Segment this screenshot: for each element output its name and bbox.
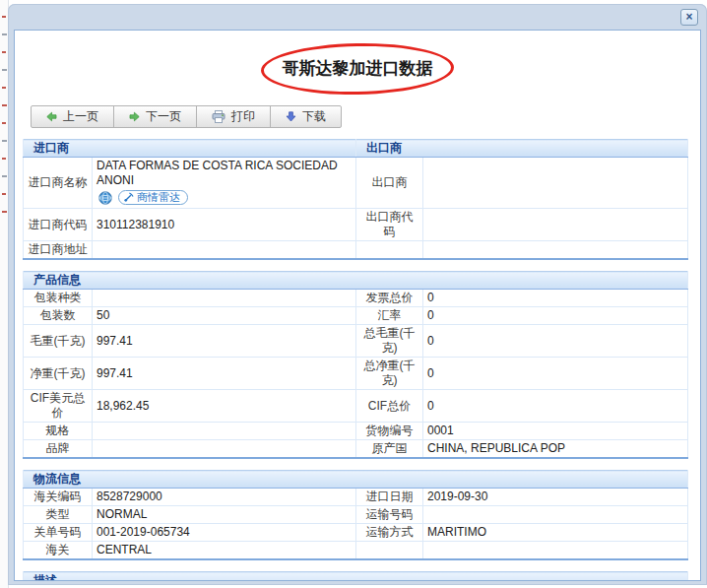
field-value: 997.41 [93,358,356,390]
modal-content: 哥斯达黎加进口数据 上一页 下一页 打印 [14,30,701,581]
field-value [423,542,688,560]
field-value [93,241,356,260]
product-info-section: 产品信息 包装种类 发票总价 0 包装数 50 汇率 0 毛重(千克) 997.… [23,271,688,459]
field-label: 包装种类 [24,290,93,307]
table-row: 毛重(千克) 997.41 总毛重(千克) 0 [24,325,688,358]
field-label [356,241,423,260]
table-row: 进口商名称 DATA FORMAS DE COSTA RICA SOCIEDAD… [24,158,688,209]
field-value: 310112381910 [93,209,356,241]
table-row: 规格 货物编号 0001 [24,423,688,440]
field-value: CENTRAL [93,542,356,560]
field-label: 发票总价 [356,290,423,307]
importer-exporter-section: 进口商 出口商 进口商名称 DATA FORMAS DE COSTA RICA … [23,139,688,260]
table-row: 进口商地址 [24,241,688,260]
field-value [423,241,688,260]
next-page-button[interactable]: 下一页 [113,105,197,128]
field-value: 001-2019-065734 [93,524,356,542]
field-label: 包装数 [24,307,93,325]
field-value: 0 [423,290,688,307]
importer-name-cell: DATA FORMAS DE COSTA RICA SOCIEDAD ANONI [93,158,356,209]
field-label: 关单号码 [24,524,93,542]
field-value [423,158,688,209]
field-value: 2019-09-30 [423,489,688,506]
page-title: 哥斯达黎加进口数据 [283,54,433,84]
product-section-header: 产品信息 [24,272,688,290]
modal-window: × 哥斯达黎加进口数据 上一页 下一页 [8,4,707,585]
arrow-left-icon [46,111,57,122]
close-button[interactable]: × [680,9,698,26]
field-label: 进口日期 [356,489,423,506]
importer-name-value: DATA FORMAS DE COSTA RICA SOCIEDAD ANONI [96,159,352,188]
table-row: 包装数 50 汇率 0 [24,307,688,325]
field-label: 总净重(千克) [356,358,423,390]
printer-icon [212,110,225,123]
field-label: 类型 [24,506,93,524]
field-label: 进口商代码 [24,209,93,241]
field-value: 0 [423,390,688,423]
print-label: 打印 [231,108,255,125]
next-page-label: 下一页 [146,108,181,125]
field-label: 毛重(千克) [24,325,93,358]
field-label: 运输方式 [356,524,423,542]
radar-badge-label: 商情雷达 [137,190,180,205]
logistics-section-header: 物流信息 [24,471,688,489]
close-icon: × [685,11,692,24]
prev-page-label: 上一页 [63,108,98,125]
field-label: 原产国 [356,440,423,459]
table-row: 海关编码 8528729000 进口日期 2019-09-30 [24,489,688,506]
print-button[interactable]: 打印 [196,105,271,128]
field-value [93,423,356,440]
field-label: 总毛重(千克) [356,325,423,358]
field-value: 0 [423,307,688,325]
field-value [93,290,356,307]
field-value: MARITIMO [423,524,688,542]
field-label: CIF美元总价 [24,390,93,423]
field-value: 0 [423,358,688,390]
field-label: 海关编码 [24,489,93,506]
title-area: 哥斯达黎加进口数据 [15,54,700,84]
field-value: 0001 [423,423,688,440]
field-label: 品牌 [24,440,93,459]
table-row: 类型 NORMAL 运输号码 [24,506,688,524]
toolbar: 上一页 下一页 打印 下载 [31,105,342,128]
field-label: 出口商 [356,158,423,209]
radar-badge[interactable]: 商情雷达 [118,190,188,205]
field-label: 汇率 [356,307,423,325]
field-value [423,506,688,524]
radar-icon [123,192,134,203]
field-label: 运输号码 [356,506,423,524]
field-value: 997.41 [93,325,356,358]
importer-section-header: 进口商 [24,140,356,158]
field-label: CIF总价 [356,390,423,423]
field-value: 8528729000 [93,489,356,506]
prev-page-button[interactable]: 上一页 [31,105,114,128]
section-header-row: 产品信息 [24,272,688,290]
download-button[interactable]: 下载 [270,105,342,128]
globe-icon[interactable] [98,191,112,205]
importer-links: 商情雷达 [98,189,352,206]
field-value: NORMAL [93,506,356,524]
table-row: 海关 CENTRAL [24,542,688,560]
field-value: 0 [423,325,688,358]
field-value [423,209,688,241]
section-header-row: 物流信息 [24,471,688,489]
field-label: 进口商名称 [24,158,93,209]
logistics-info-section: 物流信息 海关编码 8528729000 进口日期 2019-09-30 类型 … [23,470,688,560]
field-label: 出口商代码 [356,209,423,241]
table-row: 进口商代码 310112381910 出口商代码 [24,209,688,241]
field-label: 规格 [24,423,93,440]
arrow-down-icon [286,111,296,122]
table-row: 关单号码 001-2019-065734 运输方式 MARITIMO [24,524,688,542]
section-header-row: 描述 [24,572,688,582]
table-row: CIF美元总价 18,962.45 CIF总价 0 [24,390,688,423]
field-value [93,440,356,459]
description-section: 描述 产品描述 TELEVISOR LED 55 4K SMART NUEVO … [23,571,688,581]
field-label: 净重(千克) [24,358,93,390]
exporter-section-header: 出口商 [356,140,688,158]
field-label: 进口商地址 [24,241,93,260]
download-label: 下载 [302,108,326,125]
field-label: 货物编号 [356,423,423,440]
field-value: CHINA, REPUBLICA POP [423,440,688,459]
modal-titlebar: × [8,4,707,30]
table-row: 包装种类 发票总价 0 [24,290,688,307]
